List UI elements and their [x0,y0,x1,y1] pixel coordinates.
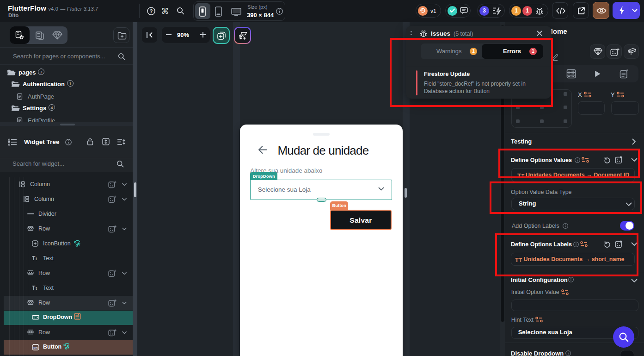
svg-text:T: T [32,255,36,262]
svg-text:?: ? [150,8,153,14]
svg-text:⌘: ⌘ [161,7,169,15]
svg-text:T: T [32,285,36,291]
svg-text:BTN: BTN [33,347,37,349]
svg-text:t: t [36,286,37,291]
svg-text:t: t [36,256,37,261]
